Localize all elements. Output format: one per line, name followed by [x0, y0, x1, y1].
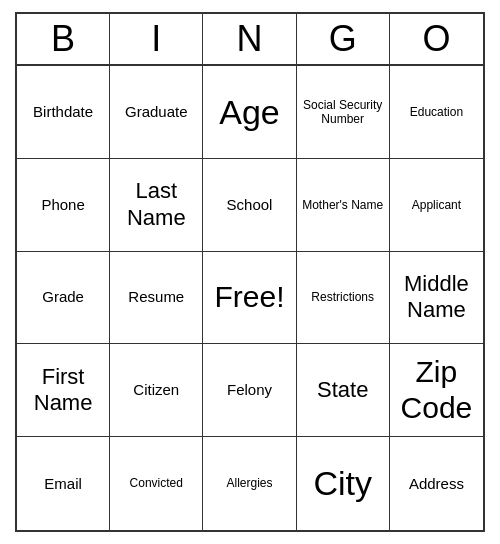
- cell-text-6: Last Name: [114, 178, 198, 231]
- grid-cell-13: Restrictions: [297, 252, 390, 345]
- cell-text-17: Felony: [227, 381, 272, 399]
- grid-cell-11: Resume: [110, 252, 203, 345]
- cell-text-12: Free!: [214, 279, 284, 315]
- cell-text-9: Applicant: [412, 198, 461, 212]
- cell-text-10: Grade: [42, 288, 84, 306]
- grid-cell-17: Felony: [203, 344, 296, 437]
- grid-cell-7: School: [203, 159, 296, 252]
- grid-cell-22: Allergies: [203, 437, 296, 530]
- cell-text-7: School: [227, 196, 273, 214]
- grid-cell-18: State: [297, 344, 390, 437]
- cell-text-2: Age: [219, 92, 280, 133]
- cell-text-13: Restrictions: [311, 290, 374, 304]
- grid-cell-5: Phone: [17, 159, 110, 252]
- bingo-card: BINGO BirthdateGraduateAgeSocial Securit…: [15, 12, 485, 532]
- cell-text-15: First Name: [21, 364, 105, 417]
- grid-cell-19: Zip Code: [390, 344, 483, 437]
- grid-cell-21: Convicted: [110, 437, 203, 530]
- grid-cell-12: Free!: [203, 252, 296, 345]
- cell-text-14: Middle Name: [394, 271, 479, 324]
- cell-text-16: Citizen: [133, 381, 179, 399]
- grid-cell-24: Address: [390, 437, 483, 530]
- bingo-header: BINGO: [17, 14, 483, 66]
- grid-cell-23: City: [297, 437, 390, 530]
- grid-cell-9: Applicant: [390, 159, 483, 252]
- grid-cell-20: Email: [17, 437, 110, 530]
- cell-text-5: Phone: [41, 196, 84, 214]
- cell-text-8: Mother's Name: [302, 198, 383, 212]
- cell-text-11: Resume: [128, 288, 184, 306]
- grid-cell-2: Age: [203, 66, 296, 159]
- cell-text-20: Email: [44, 475, 82, 493]
- header-letter-o: O: [390, 14, 483, 64]
- header-letter-b: B: [17, 14, 110, 64]
- cell-text-23: City: [313, 463, 372, 504]
- header-letter-n: N: [203, 14, 296, 64]
- grid-cell-8: Mother's Name: [297, 159, 390, 252]
- cell-text-21: Convicted: [130, 476, 183, 490]
- cell-text-3: Social Security Number: [301, 98, 385, 127]
- header-letter-g: G: [297, 14, 390, 64]
- header-letter-i: I: [110, 14, 203, 64]
- grid-cell-4: Education: [390, 66, 483, 159]
- cell-text-1: Graduate: [125, 103, 188, 121]
- grid-cell-3: Social Security Number: [297, 66, 390, 159]
- grid-cell-15: First Name: [17, 344, 110, 437]
- grid-cell-14: Middle Name: [390, 252, 483, 345]
- grid-cell-6: Last Name: [110, 159, 203, 252]
- cell-text-4: Education: [410, 105, 463, 119]
- cell-text-0: Birthdate: [33, 103, 93, 121]
- bingo-grid: BirthdateGraduateAgeSocial Security Numb…: [17, 66, 483, 530]
- cell-text-18: State: [317, 377, 368, 403]
- cell-text-24: Address: [409, 475, 464, 493]
- grid-cell-16: Citizen: [110, 344, 203, 437]
- grid-cell-10: Grade: [17, 252, 110, 345]
- grid-cell-0: Birthdate: [17, 66, 110, 159]
- grid-cell-1: Graduate: [110, 66, 203, 159]
- cell-text-19: Zip Code: [394, 354, 479, 426]
- cell-text-22: Allergies: [226, 476, 272, 490]
